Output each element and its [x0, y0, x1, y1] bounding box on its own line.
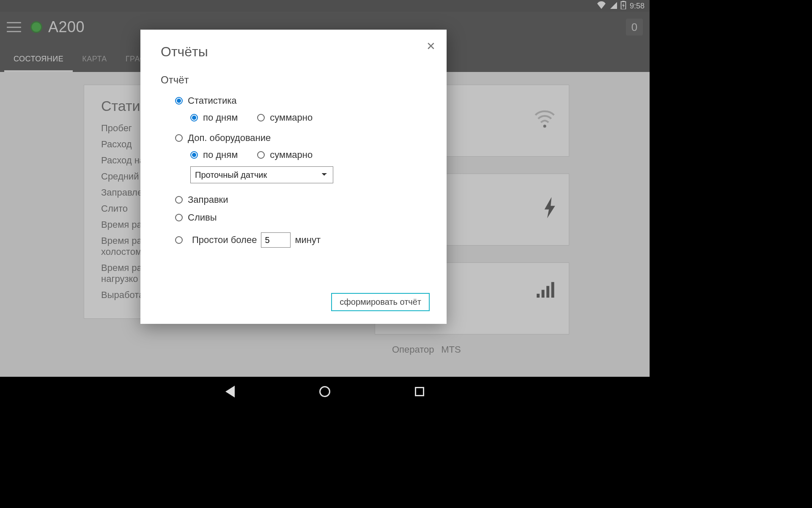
stats-by-day[interactable]: по дням [190, 112, 238, 123]
report-type-equipment[interactable]: Доп. оборудование [175, 133, 426, 144]
radio-label: суммарно [270, 149, 313, 160]
radio-icon [257, 114, 265, 121]
nav-home-icon[interactable] [319, 386, 330, 397]
equip-by-day[interactable]: по дням [190, 149, 238, 160]
close-icon[interactable]: ✕ [426, 40, 436, 53]
radio-label: суммарно [270, 112, 313, 123]
radio-label: Сливы [188, 212, 217, 223]
radio-icon [175, 134, 183, 142]
radio-icon [175, 97, 183, 105]
nav-recent-icon[interactable] [415, 387, 424, 396]
radio-label: по дням [203, 112, 238, 123]
sensor-select[interactable]: Проточный датчик [190, 166, 333, 183]
report-type-idle[interactable]: Простои более минут [175, 232, 426, 248]
report-type-drain[interactable]: Сливы [175, 212, 426, 223]
radio-label: Доп. оборудование [188, 133, 271, 144]
report-type-refuel[interactable]: Заправки [175, 194, 426, 205]
dialog-section-label: Отчёт [161, 74, 426, 86]
idle-minutes-input[interactable] [261, 232, 291, 248]
radio-icon [175, 214, 183, 221]
reports-dialog: ✕ Отчёты Отчёт Статистика по дням суммар… [140, 30, 447, 324]
radio-icon [257, 151, 265, 159]
generate-report-button[interactable]: сформировать отчёт [331, 293, 430, 311]
idle-label-suffix: минут [295, 235, 321, 246]
radio-label: Заправки [188, 194, 228, 205]
radio-icon [190, 151, 198, 159]
report-type-stats[interactable]: Статистика [175, 95, 426, 106]
equip-total[interactable]: суммарно [257, 149, 313, 160]
stats-total[interactable]: суммарно [257, 112, 313, 123]
radio-icon [190, 114, 198, 121]
dialog-title: Отчёты [161, 44, 426, 60]
idle-label-prefix: Простои более [192, 235, 257, 246]
nav-back-icon[interactable] [225, 386, 235, 398]
radio-label: Статистика [188, 95, 237, 106]
android-navbar [0, 377, 650, 406]
radio-label: по дням [203, 149, 238, 160]
radio-icon [175, 236, 183, 244]
radio-icon [175, 196, 183, 204]
